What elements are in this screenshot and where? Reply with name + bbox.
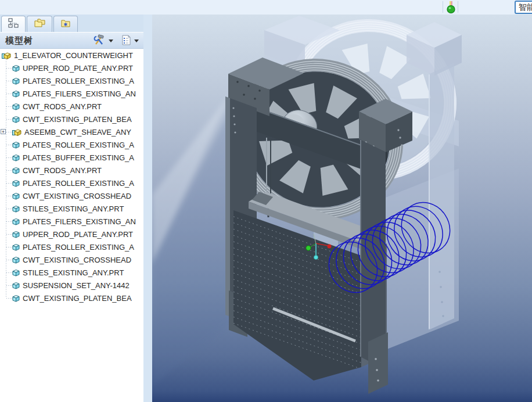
part-icon bbox=[12, 218, 20, 225]
tree-item-label: PLATES_ROLLER_EXISTING_A bbox=[23, 141, 134, 149]
green-handle[interactable] bbox=[306, 246, 311, 250]
tree-connector bbox=[6, 106, 12, 107]
part-icon bbox=[12, 243, 20, 251]
3d-viewport[interactable] bbox=[152, 15, 532, 402]
tools-icon bbox=[93, 34, 106, 48]
tree-connector bbox=[6, 285, 12, 286]
tree-item[interactable]: CWT_RODS_ANY.PRT bbox=[0, 100, 143, 113]
model-tree-header: 模型树 bbox=[0, 32, 143, 49]
tree-connector bbox=[6, 119, 12, 120]
assembly-icon bbox=[2, 52, 11, 59]
part-icon bbox=[12, 64, 20, 72]
navigator-tabstrip bbox=[0, 15, 143, 32]
tree-item[interactable]: PLATES_FILERS_EXISTING_AN bbox=[0, 87, 143, 100]
chevron-down-icon bbox=[134, 40, 139, 42]
panel-splitter[interactable] bbox=[143, 15, 152, 402]
tab-favorites[interactable] bbox=[53, 16, 78, 32]
folders-icon bbox=[34, 18, 46, 30]
tree-item[interactable]: CWT_EXISTING_PLATEN_BEA bbox=[0, 113, 143, 125]
folder-star-icon bbox=[60, 19, 71, 30]
tree-connector bbox=[6, 68, 12, 69]
tree-item[interactable]: PLATES_BUFFER_EXISTING_A bbox=[0, 151, 143, 164]
tree-item-label: PLATES_FILERS_EXISTING_AN bbox=[23, 217, 136, 226]
list-icon bbox=[121, 35, 131, 48]
part-icon bbox=[12, 180, 20, 187]
tree-item[interactable]: UPPER_ROD_PLATE_ANY.PRT bbox=[0, 62, 143, 74]
hierarchy-icon bbox=[8, 18, 19, 30]
part-icon bbox=[12, 167, 20, 174]
red-handle[interactable] bbox=[328, 245, 332, 249]
tree-connector bbox=[6, 209, 12, 209]
tree-item[interactable]: STILES_EXISTING_ANY.PRT bbox=[0, 202, 143, 215]
tree-item-label: 1_ELEVATOR_COUNTERWEIGHT bbox=[14, 51, 133, 60]
part-icon bbox=[12, 231, 20, 238]
part-icon bbox=[12, 90, 20, 98]
tree-item-label: CWT_RODS_ANY.PRT bbox=[23, 166, 102, 175]
tree-connector bbox=[6, 94, 12, 94]
tree-item-label: STILES_EXISTING_ANY.PRT bbox=[23, 204, 124, 213]
toolbar-separator bbox=[443, 1, 443, 13]
toolbar-separator bbox=[458, 1, 458, 13]
tree-item[interactable]: PLATES_ROLLER_EXISTING_A bbox=[0, 74, 143, 87]
tree-connector bbox=[6, 272, 12, 273]
tree-connector bbox=[6, 196, 12, 196]
tree-item[interactable]: CWT_EXISTING_CROSSHEAD bbox=[0, 189, 143, 202]
tree-connector bbox=[6, 170, 12, 171]
assembly-icon bbox=[12, 128, 21, 136]
part-icon bbox=[12, 205, 20, 213]
tree-item-label: CWT_EXISTING_PLATEN_BEA bbox=[23, 115, 132, 124]
cad-application-window: 智能 bbox=[0, 0, 532, 402]
tree-item-label: UPPER_ROD_PLATE_ANY.PRT bbox=[23, 64, 133, 73]
smart-assistant-button[interactable]: 智能 bbox=[515, 1, 532, 14]
tree-connector bbox=[6, 157, 12, 158]
tree-show-button[interactable] bbox=[121, 34, 139, 48]
tree-item[interactable]: UPPER_ROD_PLATE_ANY.PRT bbox=[0, 228, 143, 241]
tab-folder-browser[interactable] bbox=[27, 16, 52, 32]
tree-settings-button[interactable] bbox=[93, 34, 113, 48]
tree-item-label: PLATES_ROLLER_EXISTING_A bbox=[23, 179, 134, 188]
green-pin-icon[interactable] bbox=[445, 1, 456, 16]
top-toolbar: 智能 bbox=[0, 0, 532, 15]
tree-item-label: STILES_EXISTING_ANY.PRT bbox=[23, 268, 124, 277]
tree-item[interactable]: PLATES_ROLLER_EXISTING_A bbox=[0, 177, 143, 189]
tree-item-label: PLATES_BUFFER_EXISTING_A bbox=[23, 153, 134, 162]
tree-connector bbox=[6, 183, 12, 184]
part-icon bbox=[12, 77, 20, 85]
tree-item[interactable]: CWT_RODS_ANY.PRT bbox=[0, 164, 143, 177]
part-icon bbox=[12, 141, 20, 149]
tab-model-tree[interactable] bbox=[1, 16, 26, 32]
part-icon bbox=[12, 269, 20, 277]
tree-item[interactable]: STILES_EXISTING_ANY.PRT bbox=[0, 266, 143, 279]
part-icon bbox=[12, 192, 20, 200]
tree-item[interactable]: +ASEEMB_CWT_SHEAVE_ANY bbox=[0, 125, 143, 138]
tree-connector bbox=[6, 81, 12, 81]
expand-icon[interactable]: + bbox=[1, 129, 6, 134]
tree-item-label: CWT_RODS_ANY.PRT bbox=[23, 102, 102, 111]
chevron-down-icon bbox=[109, 40, 113, 42]
tree-connector bbox=[6, 260, 12, 260]
part-icon bbox=[12, 154, 20, 161]
tree-connector bbox=[6, 234, 12, 235]
model-tree: 1_ELEVATOR_COUNTERWEIGHT UPPER_ROD_PLATE… bbox=[0, 49, 143, 402]
part-icon bbox=[12, 282, 20, 289]
model-tree-list: UPPER_ROD_PLATE_ANY.PRTPLATES_ROLLER_EXI… bbox=[0, 62, 143, 304]
tree-item[interactable]: PLATES_FILERS_EXISTING_AN bbox=[0, 215, 143, 228]
tree-item-root[interactable]: 1_ELEVATOR_COUNTERWEIGHT bbox=[0, 49, 143, 62]
tree-item[interactable]: SUSPENSION_SET_ANY-1442 bbox=[0, 279, 143, 292]
tree-item-label: PLATES_ROLLER_EXISTING_A bbox=[23, 77, 134, 85]
tree-item-label: CWT_EXISTING_CROSSHEAD bbox=[23, 256, 131, 264]
model-tree-title: 模型树 bbox=[5, 35, 33, 46]
tree-item[interactable]: CWT_EXISTING_CROSSHEAD bbox=[0, 253, 143, 266]
tree-item-label: PLATES_ROLLER_EXISTING_A bbox=[23, 243, 134, 252]
tree-item-label: ASEEMB_CWT_SHEAVE_ANY bbox=[24, 128, 131, 137]
tree-connector bbox=[6, 298, 12, 299]
tree-connector bbox=[6, 132, 12, 132]
tree-item-label: SUSPENSION_SET_ANY-1442 bbox=[23, 281, 130, 290]
tree-item[interactable]: CWT_EXISTING_PLATEN_BEA bbox=[0, 292, 143, 304]
cyan-handle[interactable] bbox=[314, 256, 318, 260]
tree-item-label: CWT_EXISTING_PLATEN_BEA bbox=[23, 294, 132, 303]
tree-item[interactable]: PLATES_ROLLER_EXISTING_A bbox=[0, 138, 143, 151]
tree-item[interactable]: PLATES_ROLLER_EXISTING_A bbox=[0, 241, 143, 253]
tree-item-label: PLATES_FILERS_EXISTING_AN bbox=[23, 89, 136, 98]
tree-item-label: CWT_EXISTING_CROSSHEAD bbox=[23, 192, 131, 200]
